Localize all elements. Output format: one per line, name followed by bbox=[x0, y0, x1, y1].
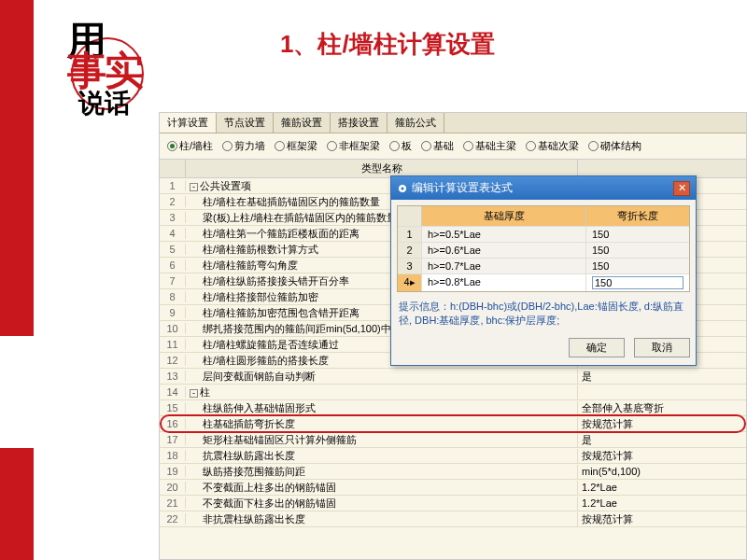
table-row[interactable]: 20不变截面上柱多出的钢筋锚固1.2*Lae bbox=[160, 480, 746, 496]
radio-icon bbox=[421, 141, 431, 151]
tab-stirrup-settings[interactable]: 箍筋设置 bbox=[274, 113, 331, 133]
dlg-th-bendlen: 弯折长度 bbox=[586, 206, 689, 226]
row-number: 16 bbox=[160, 418, 186, 429]
dlg-cell-thickness[interactable]: h>=0.7*Lae bbox=[422, 259, 586, 273]
dlg-row-num: 1 bbox=[398, 227, 422, 242]
table-row[interactable]: 16柱基础插筋弯折长度按规范计算 bbox=[160, 416, 746, 432]
row-name: 矩形柱基础锚固区只计算外侧箍筋 bbox=[186, 433, 578, 447]
dialog-titlebar[interactable]: 编辑计算设置表达式 ✕ bbox=[391, 176, 696, 200]
dialog-table-header: 基础厚度 弯折长度 bbox=[398, 206, 689, 226]
tab-lap-settings[interactable]: 搭接设置 bbox=[331, 113, 388, 133]
radio-label: 框架梁 bbox=[287, 139, 317, 153]
bendlen-input[interactable] bbox=[592, 276, 684, 289]
collapse-icon[interactable]: - bbox=[190, 389, 198, 398]
tab-bar: 计算设置 节点设置 箍筋设置 搭接设置 箍筋公式 bbox=[160, 113, 746, 133]
row-name: 柱纵筋伸入基础锚固形式 bbox=[186, 401, 578, 415]
row-value[interactable]: 1.2*Lae bbox=[578, 497, 746, 509]
radio-shearwall[interactable]: 剪力墙 bbox=[222, 139, 265, 153]
radio-icon bbox=[222, 141, 233, 151]
dlg-th-thickness: 基础厚度 bbox=[422, 206, 586, 226]
th-number bbox=[160, 160, 186, 177]
dlg-cell-thickness[interactable]: h>=0.6*Lae bbox=[422, 243, 586, 258]
radio-icon bbox=[588, 141, 599, 151]
dlg-cell-thickness[interactable]: h>=0.8*Lae bbox=[422, 274, 586, 291]
tab-node-settings[interactable]: 节点设置 bbox=[217, 113, 274, 133]
row-number: 13 bbox=[160, 371, 186, 382]
row-value[interactable]: 全部伸入基底弯折 bbox=[578, 401, 746, 415]
radio-label: 非框架梁 bbox=[339, 139, 380, 153]
dlg-row-num: 3 bbox=[398, 259, 422, 273]
table-row[interactable]: 21不变截面下柱多出的钢筋锚固1.2*Lae bbox=[160, 496, 746, 511]
radio-label: 砌体结构 bbox=[600, 139, 641, 153]
radio-masonry[interactable]: 砌体结构 bbox=[588, 139, 641, 153]
dlg-row-num: 2 bbox=[398, 243, 422, 258]
dlg-cell-bendlen[interactable]: 150 bbox=[586, 243, 689, 258]
gear-icon bbox=[397, 183, 408, 194]
radio-framebeam[interactable]: 框架梁 bbox=[275, 139, 317, 153]
table-row[interactable]: 18抗震柱纵筋露出长度按规范计算 bbox=[160, 448, 746, 464]
row-number: 22 bbox=[160, 513, 186, 525]
dlg-cell-bendlen[interactable]: 150 bbox=[586, 227, 689, 242]
radio-icon bbox=[167, 141, 177, 151]
radio-nonframebeam[interactable]: 非框架梁 bbox=[327, 139, 380, 153]
row-name: 抗震柱纵筋露出长度 bbox=[186, 449, 578, 463]
dialog-title-text: 编辑计算设置表达式 bbox=[412, 180, 513, 196]
row-value[interactable]: 按规范计算 bbox=[578, 449, 746, 463]
edit-expression-dialog: 编辑计算设置表达式 ✕ 基础厚度 弯折长度 1h>=0.5*Lae1502h>=… bbox=[390, 175, 697, 366]
table-row[interactable]: 17矩形柱基础锚固区只计算外侧箍筋是 bbox=[160, 432, 746, 448]
collapse-icon[interactable]: - bbox=[190, 183, 198, 191]
ok-button[interactable]: 确定 bbox=[569, 338, 625, 357]
dialog-table-row[interactable]: 1h>=0.5*Lae150 bbox=[398, 226, 689, 242]
table-row[interactable]: 19纵筋搭接范围箍筋间距min(5*d,100) bbox=[160, 464, 746, 480]
group-label: 公共设置项 bbox=[200, 180, 251, 191]
radio-foundation-mainbeam[interactable]: 基础主梁 bbox=[463, 139, 516, 153]
cancel-button[interactable]: 取消 bbox=[634, 338, 690, 357]
tab-stirrup-formula[interactable]: 箍筋公式 bbox=[388, 113, 444, 133]
radio-slab[interactable]: 板 bbox=[389, 139, 412, 153]
row-value[interactable]: 是 bbox=[578, 433, 746, 447]
page-title: 1、柱/墙柱计算设置 bbox=[280, 28, 495, 61]
row-number: 1 bbox=[160, 180, 186, 191]
row-number: 2 bbox=[160, 196, 186, 207]
row-number: 21 bbox=[160, 497, 186, 509]
row-value[interactable]: 按规范计算 bbox=[578, 417, 746, 431]
radio-icon bbox=[275, 141, 285, 151]
row-name: 非抗震柱纵筋露出长度 bbox=[186, 512, 578, 526]
svg-point-1 bbox=[402, 187, 404, 189]
dialog-table-row[interactable]: 3h>=0.7*Lae150 bbox=[398, 258, 689, 273]
dialog-table-row[interactable]: 4▸h>=0.8*Lae bbox=[398, 273, 689, 291]
row-number: 8 bbox=[160, 291, 186, 302]
row-name: 不变截面上柱多出的钢筋锚固 bbox=[186, 481, 578, 495]
close-icon: ✕ bbox=[678, 182, 686, 194]
dialog-body: 基础厚度 弯折长度 1h>=0.5*Lae1502h>=0.6*Lae1503h… bbox=[391, 200, 696, 365]
row-value[interactable]: 1.2*Lae bbox=[578, 482, 746, 493]
logo-text-3: 说话 bbox=[78, 86, 131, 121]
dialog-table-row[interactable]: 2h>=0.6*Lae150 bbox=[398, 242, 689, 258]
dialog-close-button[interactable]: ✕ bbox=[673, 181, 690, 196]
row-number: 19 bbox=[160, 466, 186, 477]
row-value[interactable]: 是 bbox=[578, 370, 746, 384]
dialog-hint: 提示信息：h:(DBH-bhc)或(DBH/2-bhc),Lae:锚固长度, d… bbox=[397, 292, 690, 334]
dlg-cell-bendlen[interactable] bbox=[586, 274, 689, 291]
radio-foundation-subbeam[interactable]: 基础次梁 bbox=[526, 139, 579, 153]
table-row[interactable]: 22非抗震柱纵筋露出长度按规范计算 bbox=[160, 511, 746, 527]
tab-calc-settings[interactable]: 计算设置 bbox=[160, 113, 217, 133]
row-name: 不变截面下柱多出的钢筋锚固 bbox=[186, 497, 578, 511]
row-value[interactable]: 按规范计算 bbox=[578, 512, 746, 526]
table-row[interactable]: 14-柱 bbox=[160, 385, 746, 400]
dialog-button-row: 确定 取消 bbox=[397, 334, 690, 359]
row-name: 柱基础插筋弯折长度 bbox=[186, 417, 578, 431]
table-row[interactable]: 15柱纵筋伸入基础锚固形式全部伸入基底弯折 bbox=[160, 400, 746, 416]
radio-label: 剪力墙 bbox=[234, 139, 265, 153]
dlg-cell-bendlen[interactable]: 150 bbox=[586, 259, 689, 273]
row-name: 纵筋搭接范围箍筋间距 bbox=[186, 465, 578, 479]
row-value[interactable]: min(5*d,100) bbox=[578, 466, 746, 477]
radio-column[interactable]: 柱/墙柱 bbox=[167, 139, 213, 153]
radio-foundation[interactable]: 基础 bbox=[421, 139, 454, 153]
radio-label: 基础次梁 bbox=[538, 139, 579, 153]
row-number: 18 bbox=[160, 450, 186, 461]
table-row[interactable]: 13层间变截面钢筋自动判断是 bbox=[160, 369, 746, 385]
radio-label: 基础 bbox=[433, 139, 454, 153]
dlg-cell-thickness[interactable]: h>=0.5*Lae bbox=[422, 227, 586, 242]
row-number: 4 bbox=[160, 228, 186, 239]
